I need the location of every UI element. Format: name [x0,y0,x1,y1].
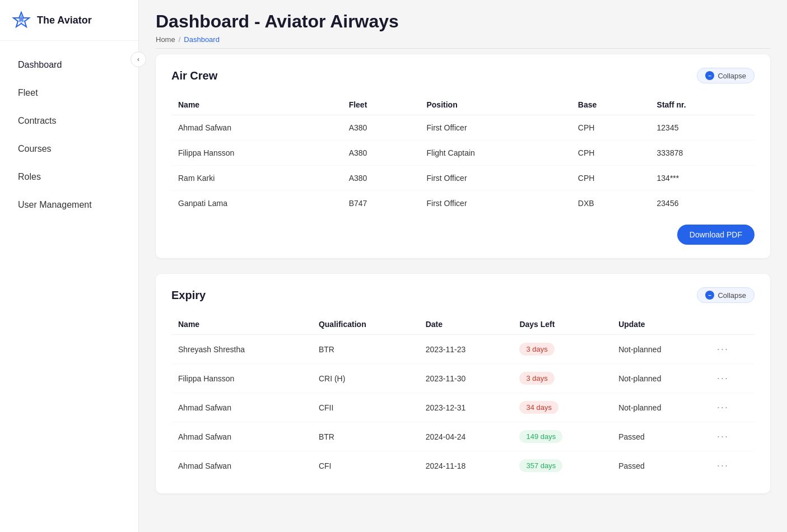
exp-update: Passed [612,451,710,480]
crew-base: CPH [571,115,650,141]
collapse-icon: − [705,71,714,80]
dots-menu-icon[interactable]: ··· [717,343,729,354]
air-crew-title: Air Crew [171,69,217,82]
crew-position: First Officer [420,115,571,141]
col-fleet: Fleet [342,95,420,115]
breadcrumb-separator: / [179,35,181,44]
table-row: Ram Karki A380 First Officer CPH 134*** [171,166,755,191]
dots-menu-icon[interactable]: ··· [717,431,729,442]
crew-position: Flight Captain [420,141,571,166]
crew-staffnr: 333878 [650,141,755,166]
crew-base: CPH [571,141,650,166]
crew-base: CPH [571,166,650,191]
exp-update: Not-planned [612,335,710,364]
exp-date: 2023-11-23 [419,335,513,364]
exp-name: Shreyash Shrestha [171,335,312,364]
exp-col-date: Date [419,314,513,335]
expiry-collapse-icon: − [705,291,714,300]
crew-fleet: A380 [342,115,420,141]
exp-update: Not-planned [612,364,710,393]
expiry-header: Expiry − Collapse [171,287,755,303]
crew-base: DXB [571,191,650,216]
col-position: Position [420,95,571,115]
air-crew-header: Air Crew − Collapse [171,68,755,83]
exp-name: Ahmad Safwan [171,451,312,480]
air-crew-section: Air Crew − Collapse Name Fleet Position … [156,54,770,258]
table-row: Shreyash Shrestha BTR 2023-11-23 3 days … [171,335,755,364]
table-row: Ahmad Safwan CFI 2024-11-18 357 days Pas… [171,451,755,480]
logo-icon [11,10,31,30]
exp-date: 2023-12-31 [419,393,513,422]
exp-days-left: 3 days [513,335,612,364]
exp-days-left: 3 days [513,364,612,393]
sidebar: The Aviator ‹ Dashboard Fleet Contracts … [0,0,139,532]
exp-update: Passed [612,422,710,451]
air-crew-table: Name Fleet Position Base Staff nr. Ahmad… [171,95,755,216]
days-left-badge: 34 days [519,401,558,414]
crew-fleet: B747 [342,191,420,216]
sidebar-item-contracts[interactable]: Contracts [4,108,134,134]
breadcrumb-home[interactable]: Home [156,35,175,44]
exp-name: Filippa Hansson [171,364,312,393]
days-left-badge: 149 days [519,430,562,443]
exp-col-qualification: Qualification [312,314,419,335]
crew-position: First Officer [420,166,571,191]
dots-menu-icon[interactable]: ··· [717,372,729,384]
exp-qualification: BTR [312,422,419,451]
air-crew-collapse-button[interactable]: − Collapse [697,68,755,83]
download-pdf-button[interactable]: Download PDF [677,225,755,245]
main-content: Dashboard - Aviator Airways Home / Dashb… [139,0,787,532]
exp-days-left: 149 days [513,422,612,451]
exp-col-update: Update [612,314,710,335]
exp-qualification: BTR [312,335,419,364]
expiry-table: Name Qualification Date Days Left Update… [171,314,755,480]
app-name: The Aviator [37,15,92,26]
exp-qualification: CFI [312,451,419,480]
expiry-collapse-button[interactable]: − Collapse [697,287,755,303]
expiry-title: Expiry [171,289,206,302]
crew-staffnr: 23456 [650,191,755,216]
table-row: Filippa Hansson CRI (H) 2023-11-30 3 day… [171,364,755,393]
expiry-section: Expiry − Collapse Name Qualification Dat… [156,274,770,493]
col-name: Name [171,95,342,115]
sidebar-item-roles[interactable]: Roles [4,164,134,190]
nav-menu: Dashboard Fleet Contracts Courses Roles … [0,41,138,229]
sidebar-collapse-button[interactable]: ‹ [131,52,146,67]
page-title: Dashboard - Aviator Airways [156,11,770,32]
sidebar-item-dashboard[interactable]: Dashboard [4,52,134,78]
crew-name: Ganpati Lama [171,191,342,216]
exp-col-name: Name [171,314,312,335]
exp-qualification: CRI (H) [312,364,419,393]
dots-menu-icon[interactable]: ··· [717,460,729,471]
exp-name: Ahmad Safwan [171,393,312,422]
exp-col-daysleft: Days Left [513,314,612,335]
exp-menu[interactable]: ··· [710,335,755,364]
exp-date: 2024-04-24 [419,422,513,451]
sidebar-item-user-management[interactable]: User Management [4,192,134,218]
dots-menu-icon[interactable]: ··· [717,402,729,413]
sidebar-item-fleet[interactable]: Fleet [4,80,134,106]
exp-menu[interactable]: ··· [710,451,755,480]
crew-position: First Officer [420,191,571,216]
crew-name: Ram Karki [171,166,342,191]
exp-menu[interactable]: ··· [710,422,755,451]
sidebar-item-courses[interactable]: Courses [4,136,134,162]
exp-qualification: CFII [312,393,419,422]
col-base: Base [571,95,650,115]
breadcrumb: Home / Dashboard [156,35,770,44]
table-row: Ahmad Safwan A380 First Officer CPH 1234… [171,115,755,141]
crew-fleet: A380 [342,166,420,191]
exp-date: 2024-11-18 [419,451,513,480]
logo-area: The Aviator [0,0,138,41]
exp-days-left: 34 days [513,393,612,422]
table-row: Ahmad Safwan CFII 2023-12-31 34 days Not… [171,393,755,422]
crew-fleet: A380 [342,141,420,166]
crew-staffnr: 134*** [650,166,755,191]
crew-name: Filippa Hansson [171,141,342,166]
exp-update: Not-planned [612,393,710,422]
table-row: Ahmad Safwan BTR 2024-04-24 149 days Pas… [171,422,755,451]
exp-menu[interactable]: ··· [710,393,755,422]
exp-menu[interactable]: ··· [710,364,755,393]
crew-staffnr: 12345 [650,115,755,141]
days-left-badge: 3 days [519,343,554,356]
